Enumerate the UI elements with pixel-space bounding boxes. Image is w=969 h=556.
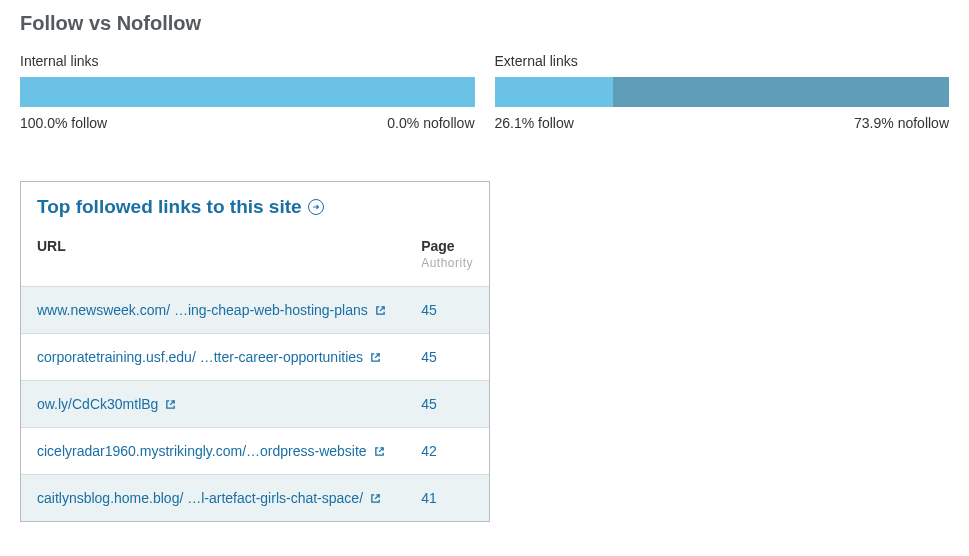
page-authority-value: 45 (405, 381, 489, 428)
card-title[interactable]: Top followed links to this site (37, 196, 302, 218)
internal-links-chart: Internal links 100.0% follow 0.0% nofoll… (20, 53, 475, 131)
external-link-icon (369, 351, 382, 364)
internal-links-bar (20, 77, 475, 107)
info-icon[interactable] (308, 199, 324, 215)
external-link-icon (373, 445, 386, 458)
link-url[interactable]: corporatetraining.usf.edu/ …tter-career-… (37, 349, 382, 365)
external-nofollow-segment (613, 77, 949, 107)
link-url[interactable]: caitlynsblog.home.blog/ …l-artefact-girl… (37, 490, 382, 506)
top-followed-links-card: Top followed links to this site URL Page… (20, 181, 490, 522)
table-row: caitlynsblog.home.blog/ …l-artefact-girl… (21, 475, 489, 522)
external-links-label: External links (495, 53, 950, 69)
external-nofollow-caption: 73.9% nofollow (854, 115, 949, 131)
section-title: Follow vs Nofollow (20, 12, 949, 35)
page-authority-value: 42 (405, 428, 489, 475)
table-row: ow.ly/CdCk30mtlBg45 (21, 381, 489, 428)
page-authority-value: 45 (405, 287, 489, 334)
page-authority-value: 45 (405, 334, 489, 381)
internal-follow-segment (20, 77, 475, 107)
external-links-chart: External links 26.1% follow 73.9% nofoll… (495, 53, 950, 131)
link-url[interactable]: ow.ly/CdCk30mtlBg (37, 396, 177, 412)
col-page: Page Authority (405, 228, 489, 287)
internal-follow-caption: 100.0% follow (20, 115, 107, 131)
link-url[interactable]: cicelyradar1960.mystrikingly.com/…ordpre… (37, 443, 386, 459)
external-follow-segment (495, 77, 614, 107)
internal-links-label: Internal links (20, 53, 475, 69)
link-url[interactable]: www.newsweek.com/ …ing-cheap-web-hosting… (37, 302, 387, 318)
external-link-icon (164, 398, 177, 411)
external-link-icon (369, 492, 382, 505)
page-authority-value: 41 (405, 475, 489, 522)
col-url: URL (21, 228, 405, 287)
table-row: cicelyradar1960.mystrikingly.com/…ordpre… (21, 428, 489, 475)
table-row: www.newsweek.com/ …ing-cheap-web-hosting… (21, 287, 489, 334)
internal-nofollow-caption: 0.0% nofollow (387, 115, 474, 131)
table-row: corporatetraining.usf.edu/ …tter-career-… (21, 334, 489, 381)
followed-links-table: URL Page Authority www.newsweek.com/ …in… (21, 228, 489, 521)
external-follow-caption: 26.1% follow (495, 115, 574, 131)
follow-nofollow-charts: Internal links 100.0% follow 0.0% nofoll… (20, 53, 949, 131)
external-link-icon (374, 304, 387, 317)
external-links-bar (495, 77, 950, 107)
